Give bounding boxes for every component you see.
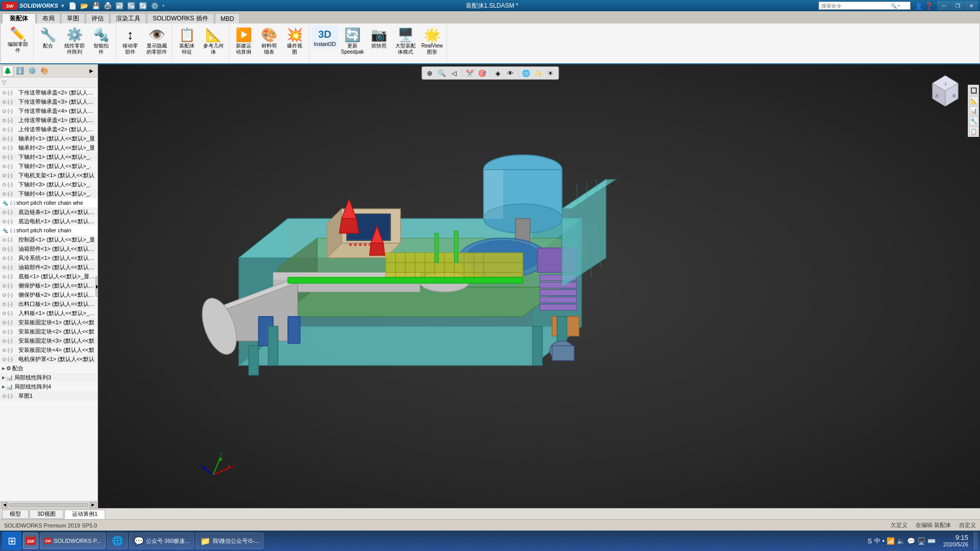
ime-icon[interactable]: 中	[874, 537, 880, 545]
tree-item-1[interactable]: ⊙ (-) 下传送带轴承盖<2> (默认人<<默	[0, 88, 98, 97]
large-format-button[interactable]: 🖥️ 大型装配体模式	[392, 26, 419, 57]
tree-item-2[interactable]: ⊙ (-) 下传送带轴承盖<3> (默认人<<默	[0, 97, 98, 106]
taskbar-sw-icon[interactable]: SW	[23, 533, 38, 549]
reference-geo-button[interactable]: 📐 参考几何体	[200, 26, 227, 57]
tab-assemble[interactable]: 装配体	[2, 13, 36, 23]
vp-view-orient-icon[interactable]: 🎯	[476, 68, 488, 78]
tree-item-7[interactable]: ⊙ (-) 轴承封<2> (默认人<<默认>_显	[0, 143, 98, 152]
tree-item-21[interactable]: ⊙ (-) 底板<1> (默认人<<默认>_显示.	[0, 272, 98, 281]
tray-icon-4[interactable]: 💬	[907, 537, 915, 545]
tree-item-9[interactable]: ⊙ (-) 下轴封<2> (默认人<<默认>_.	[0, 161, 98, 171]
tree-item-14[interactable]: ⊙ (-) 底边链条<1> (默认人<<默认>_.	[0, 207, 98, 217]
viewport[interactable]: X Y Z 上 左 前 🔲 📐	[98, 64, 980, 508]
explode-button[interactable]: 💥 爆炸视图	[282, 26, 307, 57]
vp-prev-view-icon[interactable]: ◁	[448, 68, 460, 78]
taskbar-chrome[interactable]: 🌐	[107, 533, 128, 549]
rv-btn-4[interactable]: 🔧	[969, 116, 978, 126]
print-icon[interactable]: 🖨️	[103, 2, 113, 10]
vp-scene-icon[interactable]: 🌐	[520, 68, 532, 78]
search-input[interactable]	[819, 3, 891, 9]
close-button[interactable]: ✕	[965, 1, 978, 10]
tray-icon-5[interactable]: 🖥️	[917, 537, 925, 545]
tray-icon-6[interactable]: ⌨️	[927, 537, 936, 545]
snapshot-button[interactable]: 📷 抓快照	[367, 26, 391, 51]
tab-mbd[interactable]: MBD	[215, 13, 240, 23]
tree-item-20[interactable]: ⊙ (-) 油箱部件<2> (默认人<<默认>_显示	[0, 262, 98, 272]
feature-tree-tab[interactable]: 🌲	[2, 65, 13, 77]
tree-item-33[interactable]: ▶ 📊 局部线性阵列4	[0, 382, 98, 391]
tree-item-5[interactable]: ⊙ (-) 上传送带轴承盖<2> (默认人<<默	[0, 125, 98, 134]
taskbar-folder[interactable]: 📁 我\微信公众号\5-...	[196, 533, 264, 549]
tree-item-13[interactable]: 🔩 (-) short pitch roller chain whe	[0, 198, 98, 207]
tray-icon-1[interactable]: •	[882, 537, 885, 545]
tree-item-23[interactable]: ⊙ (-) 侧保护板<2> (默认人<<默认>_.	[0, 290, 98, 299]
tree-scrollbar[interactable]: ◀ ▶	[0, 501, 98, 508]
tree-item-27[interactable]: ⊙ (-) 安装板固定块<2> (默认人<<默	[0, 327, 98, 336]
taskbar-wechat[interactable]: 💬 公众号·360极速...	[129, 533, 195, 549]
vp-shadow-icon[interactable]: ☀	[545, 68, 556, 78]
tree-item-15[interactable]: ⊙ (-) 底边电机<1> (默认人<<默认>>_.	[0, 217, 98, 226]
tray-icon-2[interactable]: 📶	[887, 537, 895, 545]
pattern-button[interactable]: ⚙️ 线性零部件阵列	[61, 26, 88, 57]
restore-button[interactable]: ❐	[951, 1, 964, 10]
search-box[interactable]: 🔍 ▼	[819, 2, 911, 10]
show-desktop-button[interactable]	[974, 532, 978, 550]
tree-item-3[interactable]: ⊙ (-) 下传送带轴承盖<4> (默认人<<默	[0, 106, 98, 115]
tree-item-34[interactable]: ⊙ (-) 草图1	[0, 391, 98, 400]
tree-item-8[interactable]: ⊙ (-) 下轴封<1> (默认人<<默认>_.	[0, 152, 98, 161]
scroll-track[interactable]	[9, 503, 88, 507]
move-part-button[interactable]: ↕️ 移动零部件	[118, 26, 142, 57]
vp-zoom-fit-icon[interactable]: ⊕	[424, 68, 435, 78]
tree-item-10[interactable]: ⊙ (-) 下电机支架<1> (默认人<<默认	[0, 171, 98, 180]
help-icon[interactable]: ❓	[925, 2, 933, 10]
tree-item-32[interactable]: ▶ 📊 局部线性阵列3	[0, 373, 98, 382]
view-cube[interactable]: 上 左 前	[926, 70, 965, 109]
smart-fastener-button[interactable]: 🔩 智能扣件	[89, 26, 113, 57]
minimize-button[interactable]: ─	[937, 1, 950, 10]
tree-item-28[interactable]: ⊙ (-) 安装板固定块<3> (默认人<<默	[0, 336, 98, 345]
tab-evaluate[interactable]: 评估	[86, 13, 109, 23]
menu-arrow[interactable]: ▼	[60, 3, 65, 9]
tree-item-12[interactable]: ⊙ (-) 下轴封<4> (默认人<<默认>_.	[0, 189, 98, 198]
fit-button[interactable]: 🔧 配合	[36, 26, 60, 51]
taskbar-clock[interactable]: 9:15 2020/5/26	[939, 534, 972, 548]
assembly-feature-button[interactable]: 📋 装配体特征	[175, 26, 199, 57]
update-speedpak-button[interactable]: 🔄 更新 Speedpak	[339, 26, 366, 57]
tray-icon-3[interactable]: 🔈	[897, 537, 905, 545]
tree-item-25[interactable]: ⊙ (-) 入料板<1> (默认人<<默认>_显示	[0, 308, 98, 318]
search-dropdown[interactable]: ▼	[897, 4, 901, 8]
open-icon[interactable]: 📂	[79, 2, 89, 10]
next-tab-arrow[interactable]: ▶	[87, 65, 95, 77]
vp-display-style-icon[interactable]: ◈	[492, 68, 504, 78]
instant3d-button[interactable]: 3D Instant3D	[312, 26, 338, 49]
vp-section-icon[interactable]: ✂️	[464, 68, 475, 78]
new-icon[interactable]: 📄	[67, 2, 78, 10]
tree-item-17[interactable]: ⊙ (-) 控制器<1> (默认人<<默认>_显	[0, 235, 98, 244]
tree-item-6[interactable]: ⊙ (-) 轴承封<1> (默认人<<默认>_显	[0, 134, 98, 143]
sw-tray-icon[interactable]: S	[868, 537, 872, 545]
tree-item-30[interactable]: ⊙ (-) 电机保护罩<1> (默认人<<默认	[0, 354, 98, 364]
tab-plugins[interactable]: SOLIDWORKS 插件	[147, 13, 214, 23]
edit-part-button[interactable]: ✏️ 编辑零部件	[5, 26, 31, 55]
tab-3dview[interactable]: 3D视图	[30, 510, 63, 519]
tab-motion[interactable]: 运动算例1	[64, 510, 105, 519]
tree-item-4[interactable]: ⊙ (-) 上传送带轴承盖<1> (默认人<<默	[0, 115, 98, 125]
tab-render[interactable]: 渲染工具	[110, 13, 146, 23]
rv-btn-3[interactable]: 📊	[969, 106, 978, 115]
display-state-tab[interactable]: 🎨	[39, 65, 50, 77]
realview-button[interactable]: 🌟 RealView 图形	[420, 26, 444, 57]
scroll-right-btn[interactable]: ▶	[89, 502, 97, 508]
tree-item-16[interactable]: 🔩 (-) short pitch roller chain	[0, 226, 98, 235]
taskbar-solidworks[interactable]: SW SOLIDWORKS P...	[40, 533, 106, 549]
materials-button[interactable]: 🎨 材料明细表	[257, 26, 281, 57]
rebuild-icon[interactable]: 🔄	[138, 2, 148, 10]
rv-btn-1[interactable]: 🔲	[969, 86, 978, 95]
tree-item-18[interactable]: ⊙ (-) 油箱部件<1> (默认人<<默认>_显示	[0, 244, 98, 253]
user-icon[interactable]: 👤	[915, 2, 923, 10]
tab-model[interactable]: 模型	[2, 510, 29, 519]
save-icon[interactable]: 💾	[91, 2, 101, 10]
tab-layout[interactable]: 布局	[37, 13, 60, 23]
tree-item-29[interactable]: ⊙ (-) 安装板固定块<4> (默认人<<默	[0, 345, 98, 354]
tree-item-19[interactable]: ⊙ (-) 风冷系统<1> (默认人<<默认>_.	[0, 253, 98, 262]
tree-item-24[interactable]: ⊙ (-) 出料口板<1> (默认人<<默认>_.	[0, 299, 98, 308]
